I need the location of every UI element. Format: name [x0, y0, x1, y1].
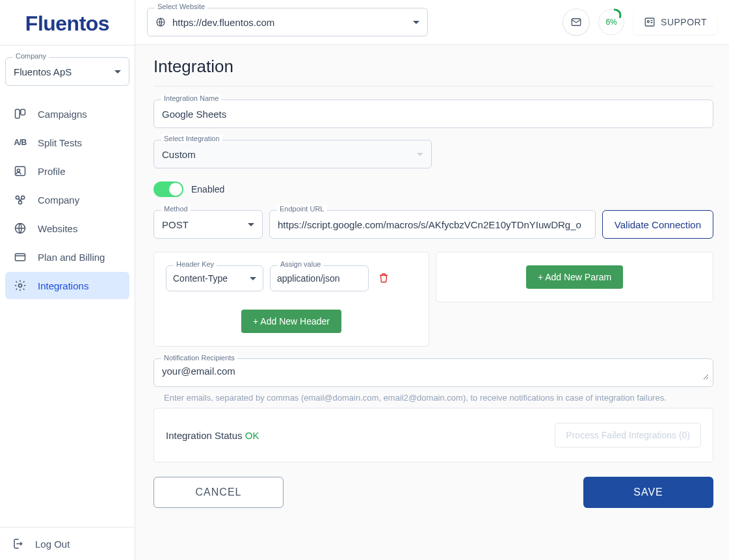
- svg-rect-0: [16, 109, 20, 118]
- header-value-value: application/json: [277, 273, 340, 284]
- trash-icon: [378, 272, 390, 284]
- company-value: Fluentos ApS: [14, 66, 72, 77]
- logout-icon: [10, 537, 25, 551]
- header-value-label: Assign value: [278, 260, 323, 268]
- enabled-row: Enabled: [153, 181, 713, 197]
- cancel-button[interactable]: CANCEL: [153, 477, 284, 508]
- main: Select Website https://dev.fluentos.com …: [135, 0, 729, 560]
- svg-point-4: [16, 196, 19, 199]
- add-header-button[interactable]: + Add New Header: [241, 310, 341, 333]
- chevron-down-icon: [417, 153, 423, 156]
- company-label: Company: [13, 52, 49, 60]
- sidebar-item-campaigns[interactable]: Campaigns: [5, 100, 129, 127]
- globe-icon: [155, 17, 166, 27]
- campaigns-icon: [13, 107, 27, 121]
- sidebar-item-label: Company: [38, 194, 79, 206]
- notification-input[interactable]: [162, 366, 709, 380]
- website-select[interactable]: Select Website https://dev.fluentos.com: [147, 8, 428, 36]
- endpoint-url-field[interactable]: Endpoint URL: [269, 210, 596, 239]
- notification-field[interactable]: Notification Recipients: [153, 358, 713, 387]
- sidebar-item-label: Campaigns: [38, 109, 87, 120]
- svg-point-3: [17, 169, 20, 172]
- logo-wrap: Fluentos: [0, 0, 135, 46]
- process-failed-button[interactable]: Process Failed Integrations (0): [555, 423, 701, 447]
- svg-point-5: [21, 196, 25, 199]
- sidebar-item-websites[interactable]: Websites: [5, 215, 129, 242]
- header-key-value: Content-Type: [173, 273, 228, 284]
- validate-button[interactable]: Validate Connection: [602, 210, 713, 239]
- sidebar: Fluentos Company Fluentos ApS Campaigns …: [0, 0, 135, 560]
- status-label: Integration Status: [166, 430, 243, 441]
- content: Integration Integration Name Google Shee…: [135, 45, 729, 521]
- endpoint-url-input[interactable]: [278, 219, 587, 230]
- select-integration-label: Select Integration: [161, 135, 222, 142]
- progress-indicator[interactable]: 6%: [598, 9, 624, 35]
- main-nav: Campaigns A/B Split Tests Profile Compan…: [0, 92, 135, 527]
- headers-panel: Header Key Content-Type Assign value app…: [153, 252, 429, 347]
- svg-rect-8: [16, 254, 25, 261]
- sidebar-item-profile[interactable]: Profile: [5, 157, 129, 185]
- save-button[interactable]: SAVE: [583, 477, 713, 508]
- action-row: CANCEL SAVE: [153, 477, 713, 508]
- split-tests-icon: A/B: [13, 135, 27, 150]
- sidebar-item-label: Websites: [38, 223, 77, 234]
- select-integration-field[interactable]: Select Integration Custom: [153, 140, 432, 168]
- method-select[interactable]: Method POST: [153, 210, 263, 239]
- status-panel: Integration Status OK Process Failed Int…: [153, 408, 713, 462]
- sidebar-item-split-tests[interactable]: A/B Split Tests: [5, 129, 129, 156]
- svg-rect-1: [21, 109, 25, 114]
- chevron-down-icon: [248, 223, 254, 226]
- svg-point-9: [19, 284, 22, 287]
- method-label: Method: [161, 205, 191, 213]
- notification-label: Notification Recipients: [161, 354, 237, 362]
- enabled-toggle[interactable]: [153, 181, 183, 197]
- topbar: Select Website https://dev.fluentos.com …: [135, 0, 729, 45]
- enabled-label: Enabled: [191, 184, 224, 194]
- header-key-select[interactable]: Header Key Content-Type: [166, 265, 263, 291]
- company-select[interactable]: Company Fluentos ApS: [5, 57, 129, 86]
- notification-help: Enter emails, separated by commas (email…: [153, 388, 713, 404]
- sidebar-item-integrations[interactable]: Integrations: [5, 272, 129, 299]
- mail-icon: [570, 16, 582, 28]
- sidebar-item-label: Profile: [38, 166, 66, 177]
- mail-button[interactable]: [563, 9, 589, 35]
- website-label: Select Website: [155, 3, 207, 10]
- billing-icon: [13, 250, 27, 264]
- chevron-down-icon: [250, 277, 256, 280]
- logout-label: Log Out: [35, 539, 70, 550]
- header-value-field[interactable]: Assign value application/json: [270, 265, 369, 291]
- svg-point-13: [647, 21, 649, 23]
- company-icon: [13, 193, 27, 207]
- add-param-button[interactable]: + Add New Param: [526, 265, 623, 289]
- header-row: Header Key Content-Type Assign value app…: [166, 265, 417, 291]
- progress-value: 6%: [605, 18, 616, 27]
- logo: Fluentos: [0, 12, 135, 36]
- chevron-down-icon: [114, 70, 121, 73]
- integration-name-field[interactable]: Integration Name Google Sheets: [153, 100, 713, 128]
- sidebar-item-label: Split Tests: [38, 137, 82, 148]
- method-value: POST: [162, 219, 189, 230]
- integrations-icon: [13, 278, 27, 293]
- integration-name-value: Google Sheets: [162, 109, 226, 120]
- endpoint-url-label: Endpoint URL: [277, 205, 327, 213]
- sidebar-item-label: Plan and Billing: [38, 252, 105, 263]
- support-button[interactable]: SUPPORT: [633, 10, 717, 34]
- delete-header-button[interactable]: [375, 269, 392, 288]
- support-label: SUPPORT: [661, 17, 707, 27]
- integration-name-label: Integration Name: [161, 94, 221, 102]
- sidebar-item-company[interactable]: Company: [5, 186, 129, 213]
- profile-icon: [13, 164, 27, 178]
- svg-rect-12: [645, 18, 654, 26]
- chevron-down-icon: [413, 21, 419, 24]
- logout-button[interactable]: Log Out: [0, 527, 135, 560]
- params-panel: + Add New Param: [436, 252, 713, 302]
- websites-icon: [13, 221, 27, 235]
- support-icon: [644, 16, 656, 28]
- page-title: Integration: [153, 57, 713, 87]
- status-value: OK: [245, 430, 259, 441]
- website-value: https://dev.fluentos.com: [172, 17, 274, 28]
- select-integration-value: Custom: [162, 149, 196, 160]
- sidebar-item-billing[interactable]: Plan and Billing: [5, 243, 129, 271]
- topbar-right: 6% SUPPORT: [563, 9, 717, 35]
- sidebar-item-label: Integrations: [38, 280, 88, 291]
